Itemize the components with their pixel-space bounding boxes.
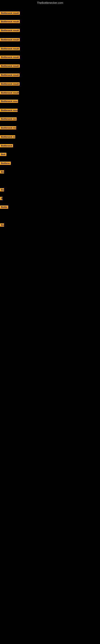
bottleneck-badge: Bottleneck res [0, 126, 16, 130]
bottleneck-badge-row: Bo [0, 188, 4, 192]
bottleneck-badge-row: Bottleneck [0, 144, 13, 148]
bottleneck-badge: Bottleneck re [0, 135, 15, 138]
bottleneck-badge-row: Bottleneck result [0, 74, 20, 78]
bottleneck-badge-row: Bottleneck result [0, 64, 20, 68]
bottleneck-badge-row: Bo [0, 170, 4, 174]
bottleneck-badge: Bo [0, 188, 4, 192]
bottleneck-badge-row: Bottleneck re [0, 135, 15, 139]
bottleneck-badge: Bottleneck resu [0, 100, 18, 103]
bottleneck-badge: Bottleneck result [0, 74, 20, 77]
bottleneck-badge: Bottle [0, 206, 8, 209]
bottleneck-badge: Bottleneck result [0, 82, 20, 86]
bottleneck-badge-row: Bottleneck result [0, 20, 20, 24]
bottleneck-badge-row: Bottleneck res [0, 117, 17, 121]
bottleneck-badge-row: Bottleneck resu [0, 100, 18, 104]
bottleneck-badge: B [0, 197, 2, 200]
bottleneck-badge-row: Bottleneck result [0, 56, 20, 60]
bottleneck-badge: Bottleneck result [0, 20, 20, 23]
bottleneck-badge-row: Bottleneck result [0, 91, 19, 95]
bottleneck-badge: Bottleneck result [0, 56, 20, 59]
bottleneck-badge: Bott [0, 153, 6, 156]
bottleneck-badge-row: Bottleneck result [0, 47, 20, 51]
bottleneck-badge: Bottleneck [0, 144, 13, 147]
bottleneck-badge: Bottleneck result [0, 29, 20, 32]
bottleneck-badge-row: Bottleneck result [0, 82, 20, 86]
bottleneck-badge: Bottleneck result [0, 38, 20, 41]
bottleneck-badge: Bottleneck res [0, 117, 17, 120]
bottleneck-badge-row: Bottleneck result [0, 29, 20, 33]
bottleneck-badge-row: Bottleneck result [0, 12, 20, 16]
bottleneck-badge: Bo [0, 170, 4, 174]
site-title: TheBottlenecker.com [0, 0, 100, 6]
bottleneck-badge-row: Bott [0, 153, 6, 157]
bottleneck-badge: Bottleneck result [0, 64, 20, 68]
bottleneck-badge-row: Bottleneck result [0, 38, 20, 42]
bottleneck-badge: Bottleneck result [0, 12, 20, 15]
bottleneck-badge-row: Bottle [0, 206, 8, 210]
bottleneck-badge: Bottleneck result [0, 47, 20, 50]
bottleneck-badge: Bo [0, 224, 4, 226]
bottleneck-badge-row: Bottleneck res [0, 126, 16, 130]
bottleneck-badge-row: Bottleneck resu [0, 109, 18, 113]
bottleneck-badge: Bottleneck result [0, 91, 19, 94]
bottleneck-badge-row: Bo [0, 224, 4, 228]
bottleneck-badge: Bottleneck resu [0, 109, 18, 112]
bottleneck-badge-row: Bottlene [0, 162, 11, 166]
bottleneck-badge: Bottlene [0, 162, 11, 165]
bottleneck-badge-row: B [0, 197, 2, 201]
